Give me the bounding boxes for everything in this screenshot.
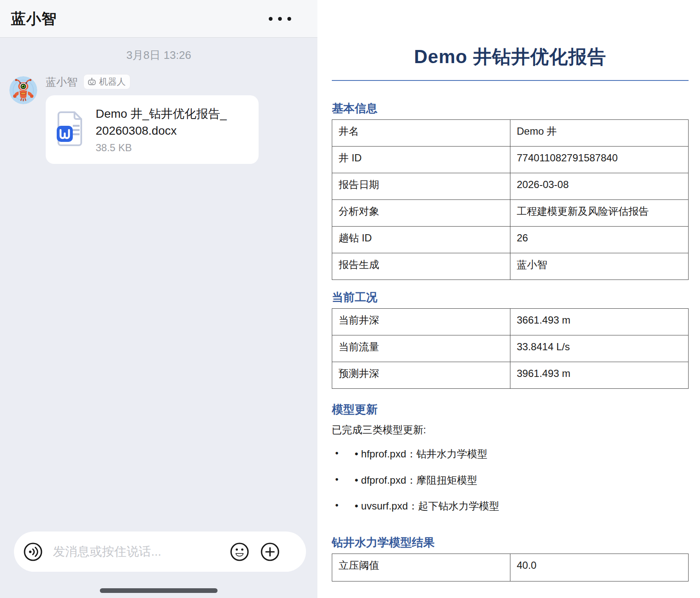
chat-panel: 蓝小智 3月8日 13:26 <box>0 0 317 598</box>
emoji-icon[interactable] <box>230 542 249 562</box>
file-name: Demo 井_钻井优化报告_20260308.docx <box>96 105 230 139</box>
more-menu-icon[interactable] <box>269 13 291 25</box>
avatar[interactable] <box>9 76 37 104</box>
robot-icon <box>87 77 96 86</box>
bullet-marker: • <box>335 447 355 460</box>
section-heading-hydraulics-result: 钻井水力学模型结果 <box>332 536 689 549</box>
table-row: 分析对象工程建模更新及风险评估报告 <box>332 200 689 227</box>
section-heading-model-update: 模型更新 <box>332 403 689 416</box>
input-right-icons <box>230 542 280 562</box>
current-conditions-table: 当前井深3661.493 m 当前流量33.8414 L/s 预测井深3961.… <box>332 308 689 389</box>
list-item: •• dfprof.pxd：摩阻扭矩模型 <box>332 473 689 487</box>
document-panel: Demo 井钻井优化报告 基本信息 井名Demo 井 井 ID774011082… <box>317 0 700 598</box>
model-update-list: •• hfprof.pxd：钻井水力学模型 •• dfprof.pxd：摩阻扭矩… <box>332 447 689 512</box>
title-rule <box>332 80 689 81</box>
table-row: 立压阈值40.0 <box>332 554 689 581</box>
message-content: 蓝小智 机器人 <box>46 74 259 164</box>
sender-name: 蓝小智 <box>46 75 77 89</box>
app: 蓝小智 3月8日 13:26 <box>0 0 700 598</box>
table-row: 当前井深3661.493 m <box>332 309 689 335</box>
word-document-icon <box>57 110 85 150</box>
robot-badge-label: 机器人 <box>99 76 126 88</box>
sender-row: 蓝小智 机器人 <box>46 74 259 90</box>
table-row: 井 ID774011082791587840 <box>332 147 689 173</box>
home-indicator[interactable] <box>100 588 218 593</box>
basic-info-table: 井名Demo 井 井 ID774011082791587840 报告日期2026… <box>332 119 689 280</box>
table-row: 趟钻 ID26 <box>332 227 689 253</box>
section-heading-basic-info: 基本信息 <box>332 102 689 115</box>
file-meta: Demo 井_钻井优化报告_20260308.docx 38.5 KB <box>96 105 230 154</box>
list-item: •• hfprof.pxd：钻井水力学模型 <box>332 447 689 460</box>
message-input-bar <box>14 532 306 572</box>
lobster-avatar-icon <box>9 76 37 104</box>
file-size: 38.5 KB <box>96 142 230 154</box>
table-row: 报告生成蓝小智 <box>332 253 689 280</box>
bullet-marker: • <box>335 473 355 487</box>
voice-input-icon[interactable] <box>23 542 43 562</box>
chat-header: 蓝小智 <box>0 0 317 38</box>
table-row: 预测井深3961.493 m <box>332 362 689 389</box>
model-update-intro: 已完成三类模型更新: <box>332 423 689 436</box>
hydraulics-result-table: 立压阈值40.0 <box>332 554 689 581</box>
file-message-card[interactable]: Demo 井_钻井优化报告_20260308.docx 38.5 KB <box>46 95 259 164</box>
list-item: •• uvsurf.pxd：起下钻水力学模型 <box>332 499 689 512</box>
section-heading-current-conditions: 当前工况 <box>332 291 689 304</box>
date-separator: 3月8日 13:26 <box>0 48 317 63</box>
message-row: 蓝小智 机器人 <box>0 74 317 164</box>
table-row: 当前流量33.8414 L/s <box>332 335 689 362</box>
bullet-marker: • <box>335 499 355 512</box>
chat-message-list: 3月8日 13:26 <box>0 38 317 164</box>
plus-circle-icon[interactable] <box>260 542 280 562</box>
document-title: Demo 井钻井优化报告 <box>332 45 689 68</box>
chat-title: 蓝小智 <box>11 9 57 29</box>
table-row: 报告日期2026-03-08 <box>332 173 689 200</box>
robot-badge: 机器人 <box>83 74 130 89</box>
table-row: 井名Demo 井 <box>332 120 689 147</box>
message-input[interactable] <box>53 545 230 559</box>
